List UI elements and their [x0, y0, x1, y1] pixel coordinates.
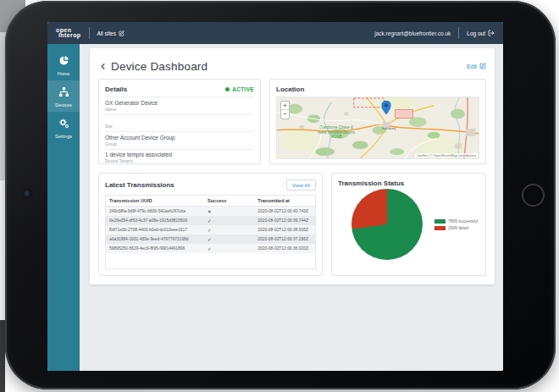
pie-legend: 7805 successful 2906 failed	[434, 217, 478, 233]
logo-line2: interop	[56, 33, 81, 38]
map-area-label: Cranborne Chase & West Wiltshire Downs A…	[315, 125, 357, 140]
legend-item-successful: 7805 successful	[434, 219, 478, 224]
all-sites-label: All sites	[97, 30, 116, 36]
view-all-button[interactable]: View All	[286, 179, 316, 190]
status-label: ACTIVE	[232, 86, 254, 92]
transmission-status-panel: Transmission Status 7805 successful	[331, 173, 486, 276]
edit-icon	[119, 30, 125, 36]
topbar-divider	[458, 27, 459, 39]
field-label: Site	[105, 124, 254, 129]
sidebar-item-home[interactable]: Home	[47, 49, 80, 80]
legend-label: 7805 successful	[448, 219, 478, 224]
legend-label: 2906 failed	[448, 226, 468, 230]
logout-button[interactable]: Log out	[467, 30, 495, 36]
cell-uuid: a0a31984-1931-433e-9eed-47977972108d	[106, 235, 204, 244]
transmission-status-pie-chart	[351, 189, 423, 260]
edit-icon	[479, 63, 486, 69]
edit-label: Edit	[467, 63, 477, 69]
cell-transmitted-at: 2020-08-02T12:00:38.505Z	[254, 225, 315, 235]
sidebar: Home Devices	[47, 44, 80, 371]
tablet-camera	[24, 190, 31, 198]
field-group: Other Account Device Group Group	[105, 132, 254, 150]
field-site: Site	[105, 115, 254, 133]
field-name: GX Generator Device Name	[105, 97, 254, 115]
zoom-in-button[interactable]: +	[281, 102, 289, 110]
cell-uuid: 0e26e054-df53-4c37-a08e-1915d3820509	[106, 216, 204, 225]
field-label: Device Temprs	[105, 158, 254, 163]
field-value: GX Generator Device	[105, 100, 254, 106]
sidebar-item-label: Home	[47, 71, 80, 76]
transmissions-title: Latest Transmissions	[105, 181, 174, 189]
field-label: Name	[105, 107, 254, 112]
cogs-icon	[58, 117, 69, 131]
table-header-row: Transmission UUID Success Transmitted at	[106, 196, 315, 207]
field-value: Other Account Device Group	[105, 135, 254, 141]
sidebar-item-settings[interactable]: Settings	[47, 112, 80, 143]
cell-transmitted-at: 2020-08-02T12:00:40.743Z	[254, 207, 315, 217]
map-marker-icon[interactable]	[381, 101, 390, 118]
topbar-divider	[89, 27, 90, 39]
legend-swatch-green	[434, 219, 446, 224]
cross-icon: ✕	[204, 207, 254, 217]
logout-label: Log out	[467, 30, 485, 36]
transmission-status-title: Transmission Status	[338, 179, 479, 187]
map-tiles	[277, 97, 479, 158]
app-screen: open interop All sites jack.regnart@blue…	[47, 22, 503, 371]
back-chevron-icon[interactable]	[98, 62, 108, 71]
location-title: Location	[276, 86, 479, 93]
all-sites-link[interactable]: All sites	[97, 30, 125, 36]
col-header-uuid: Transmission UUID	[106, 196, 204, 207]
cell-uuid: 59895250-5629-4ec9-8f95-f99f14491896	[106, 244, 204, 253]
check-icon: ✓	[204, 244, 254, 253]
status-dot-icon	[225, 87, 230, 91]
cell-uuid: 8df71e0b-2708-4400-b0eb-dc010eee1617	[106, 225, 204, 235]
map-city-label: Salisbury	[382, 126, 396, 130]
top-navbar: open interop All sites jack.regnart@blue…	[47, 22, 503, 44]
legend-item-failed: 2906 failed	[434, 226, 478, 230]
sidebar-item-devices[interactable]: Devices	[47, 80, 80, 112]
transmissions-table: Transmission UUID Success Transmitted at…	[105, 195, 316, 269]
cell-uuid: 249c08fa-9d9f-479c-b606-542aeb267cba	[106, 207, 204, 217]
cell-transmitted-at: 2020-08-02T12:00:37.296Z	[254, 235, 315, 244]
table-row[interactable]: 59895250-5629-4ec9-8f95-f99f14491896 ✓ 2…	[106, 244, 315, 253]
cell-transmitted-at: 2020-08-02T12:00:39.744Z	[254, 216, 315, 225]
legend-swatch-red	[434, 226, 446, 230]
page-header: Device Dashboard Edit	[98, 57, 486, 75]
check-icon: ✓	[204, 216, 254, 225]
field-device-temprs: 1 device temprs associated Device Temprs	[105, 150, 254, 165]
table-row[interactable]: a0a31984-1931-433e-9eed-47977972108d ✓ 2…	[106, 235, 315, 244]
dashboard-card: Device Dashboard Edit	[90, 48, 495, 284]
check-icon: ✓	[204, 235, 254, 244]
user-email: jack.regnart@bluefrontier.co.uk	[374, 30, 451, 36]
page-title: Device Dashboard	[111, 60, 208, 73]
field-value	[105, 117, 254, 123]
openinterop-logo[interactable]: open interop	[56, 28, 81, 38]
sitemap-icon	[58, 86, 69, 100]
field-value: 1 device temprs associated	[105, 152, 254, 157]
check-icon: ✓	[204, 225, 254, 235]
location-panel: Location	[269, 79, 486, 164]
edit-dashboard-link[interactable]: Edit	[467, 63, 486, 69]
cell-transmitted-at: 2020-08-02T12:00:36.020Z	[254, 244, 315, 253]
logout-icon	[488, 30, 495, 36]
details-title: Details	[105, 86, 127, 93]
status-badge: ACTIVE	[225, 86, 254, 92]
sidebar-item-label: Devices	[47, 102, 80, 108]
map-zoom-control: + −	[280, 101, 290, 119]
details-panel: Details ACTIVE GX Generator Device Name	[98, 79, 261, 164]
pie-chart-icon	[58, 54, 69, 69]
field-label: Group	[105, 141, 254, 146]
map[interactable]: + − Salisbury Cranborne Chase & West Wi	[276, 97, 479, 159]
main-area: Device Dashboard Edit	[80, 44, 503, 371]
table-row[interactable]: 0e26e054-df53-4c37-a08e-1915d3820509 ✓ 2…	[106, 216, 315, 225]
table-row[interactable]: 8df71e0b-2708-4400-b0eb-dc010eee1617 ✓ 2…	[106, 225, 315, 235]
col-header-success: Success	[204, 196, 254, 207]
transmissions-panel: Latest Transmissions View All Transmissi…	[98, 173, 323, 276]
tablet-home-button[interactable]	[522, 184, 545, 207]
table-row[interactable]: 249c08fa-9d9f-479c-b606-542aeb267cba ✕ 2…	[106, 207, 315, 217]
sidebar-item-label: Settings	[47, 134, 80, 139]
tablet-mockup-stage: open interop All sites jack.regnart@blue…	[0, 0, 559, 392]
col-header-transmitted: Transmitted at	[254, 196, 315, 207]
zoom-out-button[interactable]: −	[281, 110, 289, 119]
map-attribution: Leaflet | © OpenStreetMap contributors	[415, 153, 478, 157]
